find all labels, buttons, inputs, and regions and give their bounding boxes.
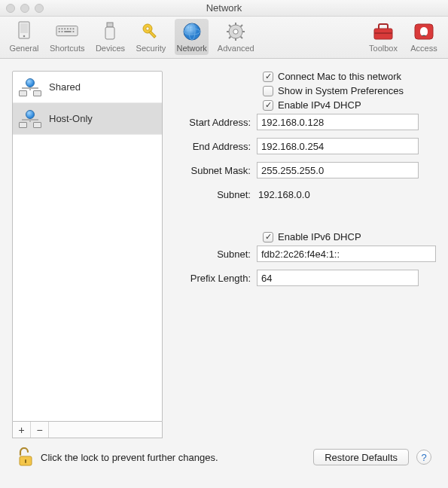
start-address-label: Start Address: (170, 117, 257, 128)
prefix-length-label: Prefix Length: (170, 273, 257, 284)
toolbar-label: Security (136, 44, 166, 53)
footer: Click the lock to prevent further change… (12, 438, 436, 476)
svg-rect-11 (62, 31, 63, 32)
help-button[interactable]: ? (416, 450, 431, 465)
network-shared-icon (19, 78, 41, 96)
keyboard-icon (56, 20, 78, 43)
sidebar-item-label: Shared (49, 81, 81, 93)
toolbar-label: General (9, 44, 38, 53)
svg-rect-8 (70, 28, 72, 29)
svg-line-30 (229, 36, 231, 38)
gear-icon (224, 20, 247, 43)
svg-rect-36 (25, 459, 26, 463)
sidebar-item-hostonly[interactable]: Host-Only (13, 103, 162, 135)
svg-rect-6 (64, 28, 66, 29)
svg-line-31 (241, 25, 243, 27)
svg-point-1 (23, 35, 26, 37)
window-title: Network (0, 2, 448, 14)
access-icon (413, 20, 435, 43)
svg-rect-13 (73, 31, 75, 32)
toolbar-access[interactable]: Access (407, 19, 440, 55)
minimize-window-button[interactable] (20, 4, 29, 13)
svg-rect-9 (73, 28, 75, 29)
connect-mac-checkbox[interactable] (263, 72, 273, 82)
remove-network-button[interactable]: − (31, 422, 49, 438)
toolbar-label: Access (410, 44, 437, 53)
svg-rect-18 (149, 31, 156, 38)
enable-ipv4-dhcp-label: Enable IPv4 DHCP (278, 99, 361, 111)
close-window-button[interactable] (6, 4, 15, 13)
svg-rect-7 (67, 28, 69, 29)
svg-line-29 (241, 36, 243, 38)
prefix-length-input[interactable] (257, 270, 419, 286)
start-address-input[interactable] (257, 114, 419, 130)
toolbar-label: Advanced (218, 44, 254, 53)
end-address-label: End Address: (170, 141, 257, 152)
detail-panel: Connect Mac to this network Show in Syst… (163, 71, 436, 438)
svg-rect-14 (107, 23, 113, 27)
toolbar-general[interactable]: General (8, 19, 41, 55)
lock-icon[interactable] (17, 447, 35, 467)
toolbar-advanced[interactable]: Advanced (216, 19, 256, 55)
sidebar-item-shared[interactable]: Shared (13, 72, 162, 103)
subnet-mask-input[interactable] (257, 162, 419, 178)
svg-point-19 (184, 23, 200, 40)
subnet6-input[interactable] (257, 246, 436, 262)
key-icon (139, 20, 162, 43)
toolbar-label: Network (176, 44, 206, 53)
window-controls (6, 4, 44, 13)
subnet-value: 192.168.0.0 (257, 189, 310, 200)
svg-line-28 (229, 25, 231, 27)
toolbar-label: Shortcuts (50, 44, 84, 53)
add-network-button[interactable]: + (13, 422, 31, 438)
end-address-input[interactable] (257, 138, 419, 154)
toolbar-toolbox[interactable]: Toolbox (367, 19, 400, 55)
subnet6-label: Subnet: (170, 249, 257, 260)
svg-point-23 (233, 29, 238, 33)
svg-rect-2 (20, 23, 28, 33)
connect-mac-label: Connect Mac to this network (278, 71, 401, 82)
toolbar: General Shortcuts Devices Security Netwo… (0, 17, 448, 59)
content: Shared Host-Only + − (0, 59, 448, 488)
show-sysprefs-checkbox[interactable] (263, 86, 273, 96)
globe-icon (181, 20, 203, 43)
svg-rect-10 (59, 31, 60, 32)
restore-defaults-button[interactable]: Restore Defaults (313, 449, 409, 465)
network-hostonly-icon (19, 110, 41, 128)
toolbox-icon (372, 20, 395, 43)
sidebar: Shared Host-Only + − (12, 71, 163, 438)
toolbar-devices[interactable]: Devices (93, 19, 126, 55)
sidebar-footer: + − (12, 422, 163, 438)
enable-ipv4-dhcp-checkbox[interactable] (263, 100, 273, 111)
subnet-label: Subnet: (170, 189, 257, 200)
toolbar-label: Devices (96, 44, 125, 53)
show-sysprefs-label: Show in System Preferences (278, 85, 404, 96)
enable-ipv6-dhcp-checkbox[interactable] (263, 232, 273, 242)
zoom-window-button[interactable] (35, 4, 44, 13)
svg-rect-12 (64, 31, 71, 32)
svg-rect-15 (105, 27, 114, 39)
svg-rect-5 (62, 28, 63, 29)
sidebar-item-label: Host-Only (49, 113, 93, 124)
lock-text: Click the lock to prevent further change… (41, 452, 218, 463)
usb-icon (99, 20, 121, 43)
svg-rect-4 (59, 28, 60, 29)
enable-ipv6-dhcp-label: Enable IPv6 DHCP (278, 231, 361, 242)
svg-rect-33 (374, 32, 392, 34)
toolbar-network[interactable]: Network (175, 19, 208, 55)
svg-point-17 (146, 26, 149, 29)
subnet-mask-label: Subnet Mask: (170, 165, 257, 176)
toolbar-security[interactable]: Security (134, 19, 167, 55)
titlebar: Network (0, 0, 448, 17)
toolbar-label: Toolbox (369, 44, 398, 53)
toolbar-shortcuts[interactable]: Shortcuts (48, 19, 86, 55)
general-icon (13, 20, 35, 43)
